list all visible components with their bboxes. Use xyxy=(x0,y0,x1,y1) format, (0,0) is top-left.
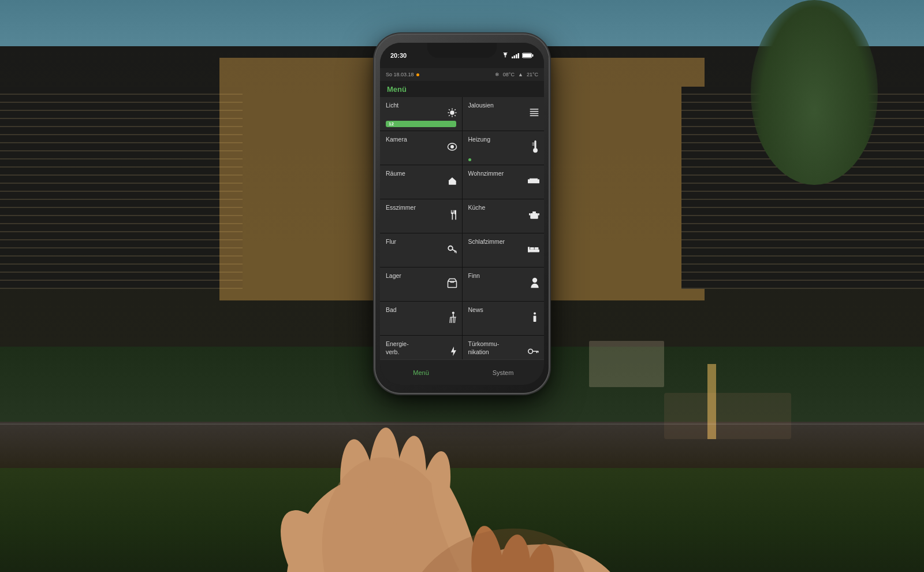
svg-rect-17 xyxy=(530,111,539,112)
licht-badge: 12 xyxy=(386,121,456,127)
person-icon xyxy=(530,277,539,291)
menu-item-esszimmer[interactable]: Esszimmer xyxy=(380,199,462,233)
svg-line-53 xyxy=(454,317,455,323)
thermo-icon xyxy=(531,140,539,155)
status-time: 20:30 xyxy=(390,52,407,59)
licht-label: Licht xyxy=(386,102,456,110)
svg-line-52 xyxy=(453,317,453,323)
bottom-nav: Menü System xyxy=(380,359,544,385)
flur-label: Flur xyxy=(386,238,456,246)
snowflake-icon: ❄ xyxy=(495,72,500,77)
menu-item-licht[interactable]: Licht 12 xyxy=(380,97,462,131)
lager-label: Lager xyxy=(386,272,456,280)
date-label: So 18.03.18 xyxy=(386,72,414,77)
menu-item-bad[interactable]: Bad xyxy=(380,302,462,335)
news-label: News xyxy=(468,306,539,314)
nav-system[interactable]: System xyxy=(462,360,544,385)
svg-point-56 xyxy=(528,349,533,354)
heizung-dot xyxy=(468,158,471,161)
fork-icon xyxy=(449,209,457,223)
svg-rect-6 xyxy=(523,54,531,57)
menu-item-wohnzimmer[interactable]: Wohnzimmer xyxy=(463,165,545,199)
home-icon xyxy=(447,176,457,188)
info-bar: So 18.03.18 ❄ 08°C ▲ 21°C xyxy=(380,68,544,81)
menu-item-flur[interactable]: Flur xyxy=(380,233,462,267)
svg-line-51 xyxy=(451,317,452,323)
svg-point-23 xyxy=(533,148,538,153)
heizung-label: Heizung xyxy=(468,136,539,144)
svg-rect-40 xyxy=(530,247,534,250)
phone-notch xyxy=(427,43,497,58)
phone-frame: 20:30 xyxy=(375,35,549,393)
svg-rect-16 xyxy=(530,109,539,110)
menu-item-energie[interactable]: Energie- verb. xyxy=(380,336,462,359)
svg-line-13 xyxy=(454,115,456,116)
kueche-label: Küche xyxy=(468,204,539,212)
svg-line-12 xyxy=(449,109,450,110)
grass xyxy=(0,456,924,572)
menu-item-lager[interactable]: Lager xyxy=(380,268,462,301)
shower-icon xyxy=(448,311,457,325)
info-dot xyxy=(416,73,419,76)
svg-rect-22 xyxy=(534,140,536,148)
menu-item-finn[interactable]: Finn xyxy=(463,268,545,301)
finn-label: Finn xyxy=(468,272,539,280)
svg-rect-33 xyxy=(532,211,536,213)
doorkey-icon xyxy=(528,347,539,358)
menu-item-kueche[interactable]: Küche xyxy=(463,199,545,233)
svg-rect-3 xyxy=(518,53,520,58)
bed-icon xyxy=(528,245,539,255)
signal-icon xyxy=(512,53,520,58)
svg-rect-2 xyxy=(516,54,517,58)
menu-item-tuerkommunikation[interactable]: Türkommu- nikation xyxy=(463,336,545,359)
battery-icon xyxy=(522,53,534,58)
svg-rect-32 xyxy=(538,213,539,216)
svg-rect-19 xyxy=(530,116,539,117)
svg-rect-39 xyxy=(528,247,530,252)
menu-grid: Licht 12 Jalousien Kamera xyxy=(380,97,544,359)
info-bar-left: So 18.03.18 xyxy=(386,72,419,77)
interior-picture xyxy=(589,341,664,387)
temp2-label: 21°C xyxy=(527,72,538,77)
nav-system-label: System xyxy=(493,369,514,376)
key-icon xyxy=(447,244,457,257)
pot-icon xyxy=(529,210,539,222)
menu-item-news[interactable]: News xyxy=(463,302,545,335)
status-icons xyxy=(501,53,534,58)
eye-icon xyxy=(447,143,457,153)
jalousien-label: Jalousien xyxy=(468,102,539,110)
svg-point-47 xyxy=(452,311,454,314)
energie-label: Energie- verb. xyxy=(386,340,456,356)
raeume-label: Räume xyxy=(386,170,456,178)
svg-rect-26 xyxy=(528,180,538,184)
menu-header: Menü xyxy=(380,81,544,97)
blinds-icon xyxy=(529,107,539,120)
svg-line-14 xyxy=(454,109,456,110)
phone-wrapper: 20:30 xyxy=(375,35,549,393)
tree-right xyxy=(751,0,878,185)
menu-title: Menü xyxy=(387,85,407,94)
svg-rect-5 xyxy=(532,54,534,57)
nav-menu[interactable]: Menü xyxy=(380,360,462,385)
svg-rect-31 xyxy=(529,213,530,216)
sun-icon xyxy=(447,107,457,120)
svg-point-54 xyxy=(534,313,536,315)
menu-item-raeume[interactable]: Räume xyxy=(380,165,462,199)
info-bar-right: ❄ 08°C ▲ 21°C xyxy=(495,72,538,77)
svg-point-21 xyxy=(450,145,454,148)
bad-label: Bad xyxy=(386,306,456,314)
svg-point-7 xyxy=(450,110,454,115)
wifi-icon xyxy=(501,53,509,58)
svg-rect-27 xyxy=(528,179,530,183)
menu-item-schlafzimmer[interactable]: Schlafzimmer xyxy=(463,233,545,267)
menu-item-heizung[interactable]: Heizung xyxy=(463,131,545,165)
menu-item-kamera[interactable]: Kamera xyxy=(380,131,462,165)
svg-rect-30 xyxy=(530,213,538,219)
svg-rect-55 xyxy=(534,316,536,322)
svg-point-34 xyxy=(448,246,453,251)
phone-screen: 20:30 xyxy=(380,43,544,385)
menu-item-jalousien[interactable]: Jalousien xyxy=(463,97,545,131)
svg-line-50 xyxy=(450,317,450,323)
box-icon xyxy=(447,278,457,291)
svg-rect-18 xyxy=(530,113,539,114)
